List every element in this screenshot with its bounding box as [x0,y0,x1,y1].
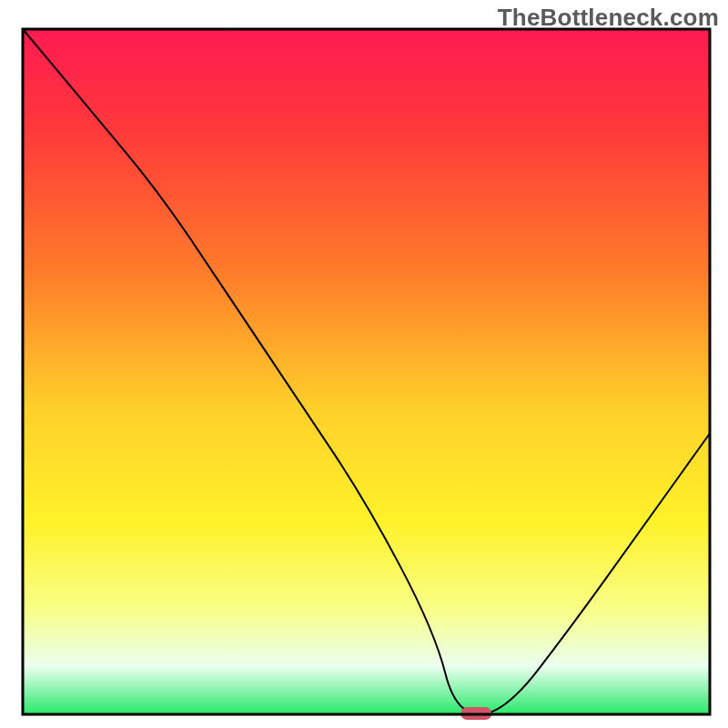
bottleneck-chart [0,0,728,728]
chart-background [23,29,710,714]
